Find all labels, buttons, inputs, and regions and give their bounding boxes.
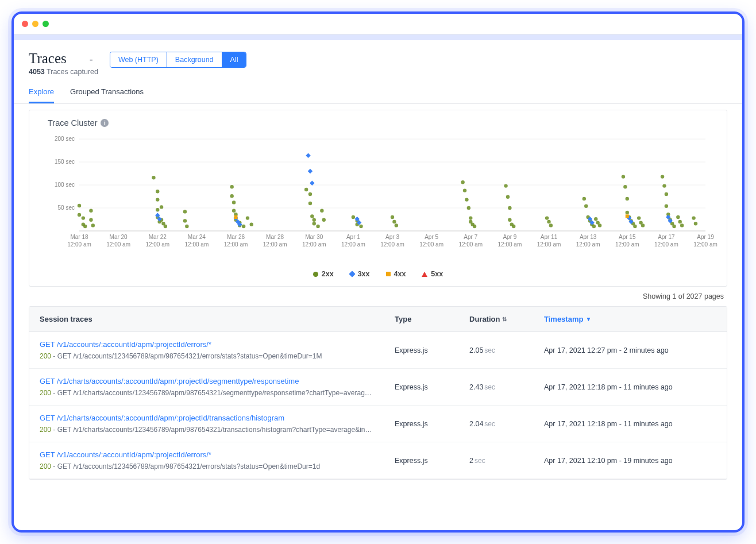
svg-text:Mar 26: Mar 26 (227, 234, 245, 240)
svg-point-89 (392, 220, 396, 223)
svg-point-63 (185, 225, 188, 228)
legend-3xx[interactable]: 3xx (350, 270, 370, 278)
title-dash: - (90, 54, 93, 66)
svg-text:150 sec: 150 sec (55, 159, 75, 165)
svg-point-81 (316, 225, 319, 228)
maximize-icon[interactable] (43, 21, 49, 27)
svg-point-82 (320, 209, 323, 213)
window-titlebar (14, 14, 742, 34)
legend-5xx[interactable]: 5xx (422, 270, 443, 278)
svg-point-61 (183, 210, 187, 213)
trace-link[interactable]: GET /v1/accounts/:accountId/apm/:project… (40, 340, 395, 349)
svg-text:12:00 am: 12:00 am (576, 241, 600, 248)
svg-point-102 (508, 218, 511, 222)
svg-point-43 (78, 204, 81, 207)
svg-text:Apr 17: Apr 17 (658, 234, 675, 240)
svg-text:Apr 1: Apr 1 (346, 234, 360, 240)
svg-text:12:00 am: 12:00 am (224, 241, 248, 248)
svg-point-80 (313, 222, 316, 225)
svg-point-67 (232, 209, 236, 213)
col-duration[interactable]: Duration ⇅ (469, 315, 544, 323)
svg-point-136 (676, 215, 680, 219)
col-session: Session traces (40, 315, 395, 323)
minimize-icon[interactable] (32, 21, 38, 27)
svg-point-78 (310, 214, 314, 218)
svg-text:Apr 3: Apr 3 (385, 234, 399, 240)
svg-point-109 (584, 205, 588, 208)
legend-2xx[interactable]: 2xx (313, 270, 334, 278)
svg-rect-147 (308, 169, 313, 173)
svg-text:Apr 19: Apr 19 (697, 234, 714, 240)
table-header: Session traces Type Duration ⇅ Timestamp… (29, 307, 727, 332)
svg-point-49 (89, 218, 92, 222)
svg-text:12:00 am: 12:00 am (380, 241, 404, 248)
svg-point-101 (508, 206, 511, 210)
table-row[interactable]: GET /v1/accounts/:accountId/apm/:project… (29, 332, 727, 369)
svg-text:Apr 13: Apr 13 (580, 234, 597, 240)
svg-text:Apr 5: Apr 5 (425, 234, 438, 240)
window-controls (22, 21, 49, 27)
svg-text:12:00 am: 12:00 am (615, 241, 639, 248)
table-row[interactable]: GET /v1/accounts/:accountId/apm/:project… (29, 442, 727, 479)
svg-rect-146 (306, 153, 310, 158)
col-timestamp[interactable]: Timestamp ▼ (544, 315, 716, 323)
svg-text:50 sec: 50 sec (58, 205, 75, 211)
sort-icon: ⇅ (502, 316, 507, 322)
svg-point-124 (633, 225, 637, 228)
trace-link[interactable]: GET /v1/accounts/:accountId/apm/:project… (40, 450, 395, 459)
table-row[interactable]: GET /v1/charts/accounts/:accountId/apm/:… (29, 369, 727, 406)
sort-desc-icon: ▼ (585, 316, 591, 322)
svg-point-139 (692, 216, 695, 219)
filter-all[interactable]: All (222, 52, 246, 67)
app-window: Traces - 4053 Traces captured Web (HTTP)… (11, 11, 745, 533)
filter-web-http[interactable]: Web (HTTP) (110, 52, 167, 67)
svg-text:12:00 am: 12:00 am (458, 241, 483, 248)
svg-point-54 (156, 208, 159, 211)
svg-text:Mar 24: Mar 24 (188, 234, 206, 240)
svg-point-113 (592, 225, 596, 228)
trace-duration: 2.05sec (469, 346, 544, 354)
svg-point-65 (230, 194, 233, 198)
svg-text:Mar 20: Mar 20 (110, 234, 128, 240)
svg-point-128 (661, 175, 664, 178)
svg-point-137 (678, 220, 682, 223)
filter-segmented-control: Web (HTTP) Background All (110, 52, 247, 68)
legend-4xx[interactable]: 4xx (386, 270, 406, 278)
svg-point-62 (183, 219, 187, 222)
trace-link[interactable]: GET /v1/charts/accounts/:accountId/apm/:… (40, 414, 395, 422)
svg-point-118 (623, 185, 627, 188)
scatter-plot[interactable]: 50 sec100 sec150 sec200 sec Mar 1812:00 … (35, 133, 721, 260)
trace-cluster-chart-card: Trace Cluster i 50 sec100 sec150 sec200 … (29, 110, 727, 287)
close-icon[interactable] (22, 21, 28, 27)
svg-text:200 sec: 200 sec (55, 136, 75, 142)
svg-text:12:00 am: 12:00 am (302, 241, 326, 248)
filter-background[interactable]: Background (167, 52, 222, 67)
svg-point-106 (547, 220, 550, 223)
svg-point-125 (637, 216, 641, 219)
page-title: Traces (29, 51, 67, 67)
svg-point-130 (665, 192, 668, 196)
trace-link[interactable]: GET /v1/charts/accounts/:accountId/apm/:… (40, 377, 395, 385)
trace-type: Express.js (395, 383, 469, 391)
svg-point-74 (250, 223, 253, 226)
svg-text:Apr 7: Apr 7 (464, 234, 477, 240)
svg-text:12:00 am: 12:00 am (693, 241, 718, 248)
table-row[interactable]: GET /v1/charts/accounts/:accountId/apm/:… (29, 406, 727, 442)
subtitle-tail: Traces captured (47, 68, 98, 76)
trace-timestamp: Apr 17, 2021 12:18 pm - 11 minutes ago (544, 383, 716, 391)
svg-point-93 (465, 198, 468, 201)
svg-point-90 (395, 223, 398, 227)
svg-text:12:00 am: 12:00 am (419, 241, 443, 248)
svg-point-95 (469, 216, 472, 219)
svg-point-140 (694, 222, 697, 225)
svg-point-83 (322, 218, 326, 222)
info-icon[interactable]: i (101, 119, 109, 127)
col-type: Type (395, 315, 469, 323)
tab-explore[interactable]: Explore (29, 87, 54, 103)
trace-path: 200 - GET /v1/charts/accounts/123456789/… (40, 426, 373, 434)
svg-text:12:00 am: 12:00 am (67, 241, 91, 248)
svg-point-127 (641, 223, 645, 227)
tab-grouped-transactions[interactable]: Grouped Transactions (70, 87, 144, 103)
svg-text:Mar 22: Mar 22 (149, 234, 167, 240)
trace-count: 4053 (29, 68, 45, 76)
